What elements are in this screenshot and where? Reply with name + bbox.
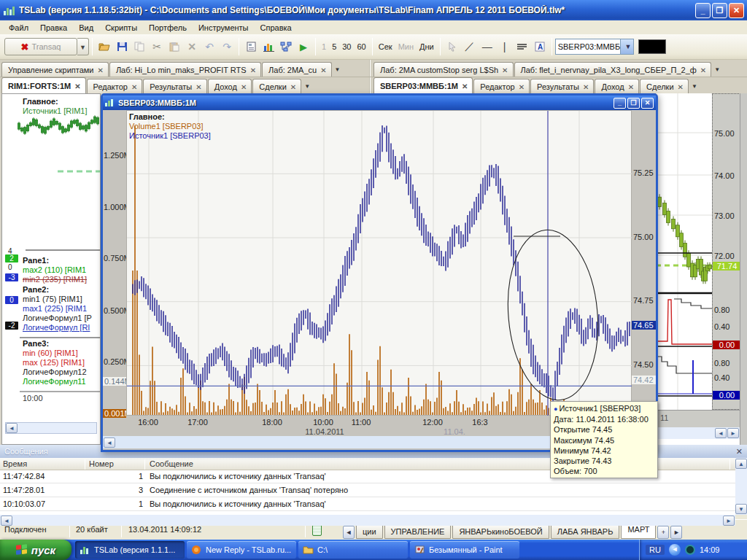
tab-sberp03-ммвб-1м[interactable]: SBERP03:ММВБ:1М✕	[374, 77, 473, 93]
minimize-button[interactable]: _	[695, 3, 711, 18]
timeframe-60[interactable]: 60	[355, 40, 369, 53]
tab-close-icon[interactable]: ✕	[583, 83, 589, 91]
tab-overflow-icon[interactable]: ▼	[333, 63, 343, 77]
task-button[interactable]: Безымянный - Paint	[410, 541, 519, 559]
run-button[interactable]: ▶	[295, 38, 312, 55]
vertical-line-tool-button[interactable]: |	[496, 38, 514, 55]
chart-plot-area[interactable]: Главное: Volume1 [SBERP03] Источник1 [SB…	[126, 110, 632, 416]
tab-close-icon[interactable]: ✕	[250, 66, 256, 74]
redo-button[interactable]: ↷	[218, 38, 236, 55]
scroll-down-icon[interactable]: ▼	[735, 504, 747, 514]
tray-app-icon[interactable]	[685, 545, 695, 555]
start-button[interactable]: пуск	[0, 540, 71, 560]
open-button[interactable]	[96, 38, 113, 55]
transaq-button[interactable]: ✖ Transaq	[4, 38, 77, 55]
tab-close-icon[interactable]: ✕	[97, 66, 103, 74]
instrument-combo[interactable]: SBERP03:ММВБ ▼	[555, 39, 634, 55]
maximize-button[interactable]: ❐	[712, 3, 727, 18]
menu-Инструменты[interactable]: Инструменты	[193, 22, 255, 34]
scroll-left-icon[interactable]: ◄	[6, 423, 18, 433]
tab-rim1-forts-1m[interactable]: RIM1:FORTS:1M✕	[1, 77, 86, 93]
transaq-dropdown-button[interactable]: ▼	[77, 38, 89, 55]
menu-Справка[interactable]: Справка	[255, 22, 298, 34]
tab-close-icon[interactable]: ✕	[241, 83, 247, 91]
add-page-button[interactable]: +	[657, 526, 669, 539]
messages-horizontal-scrollbar[interactable]: ◄ ►	[0, 515, 735, 526]
page-tab-ЯНВАРЬкиноБОЕВОЙ[interactable]: ЯНВАРЬкиноБОЕВОЙ	[452, 524, 549, 539]
tab-сделки[interactable]: Сделки✕	[252, 79, 301, 93]
tab-close-icon[interactable]: ✕	[628, 83, 634, 91]
tab-результаты[interactable]: Результаты✕	[530, 79, 594, 93]
color-swatch[interactable]	[638, 39, 666, 54]
scroll-right-icon[interactable]: ►	[723, 516, 735, 526]
tab-результаты[interactable]: Результаты✕	[143, 79, 206, 93]
task-button[interactable]: TSLab (версия 1.1.1...	[75, 541, 185, 559]
tab-overflow-icon[interactable]: ▼	[689, 80, 700, 93]
language-indicator[interactable]: RU	[646, 545, 665, 555]
messages-vertical-scrollbar[interactable]: ▲ ▼	[735, 458, 747, 515]
delete-button[interactable]: ✕	[183, 38, 201, 55]
tab-лаб-2ma_cu[interactable]: Лаб: 2MA_cu✕	[262, 62, 332, 77]
scroll-left-icon[interactable]: ◄	[715, 428, 727, 438]
close-button[interactable]: ✕	[729, 3, 744, 18]
tab-доход[interactable]: Доход✕	[208, 79, 252, 93]
timeframe-30[interactable]: 30	[339, 40, 354, 53]
menu-Портфель[interactable]: Портфель	[143, 22, 193, 34]
horizontal-line-tool-button[interactable]: —	[479, 38, 496, 55]
menu-Скрипты[interactable]: Скрипты	[99, 22, 143, 34]
message-row[interactable]: 10:10:03.071Вы подключились к источнику …	[0, 498, 735, 511]
tab-лаб-2ma-customstop-serg-l-sh[interactable]: Лаб: 2MA customStop serg L$Sh✕	[374, 62, 514, 77]
tab-лаб-hi_lo-min_maks_profit-rts[interactable]: Лаб: Hi_Lo min_maks_PROFIT RTS✕	[109, 62, 261, 77]
copy-button[interactable]	[131, 38, 148, 55]
scroll-left-icon[interactable]: ◄	[1, 516, 12, 526]
left-panel-scrollbar[interactable]: ◄	[5, 422, 97, 434]
tab-редактор[interactable]: Редактор✕	[87, 79, 143, 93]
tab-close-icon[interactable]: ✕	[196, 83, 201, 91]
paste-button[interactable]	[166, 38, 183, 55]
timeframe-1[interactable]: 1	[319, 40, 329, 53]
tab-лаб-flet_i_nervnay_pila_x3_long_сбер_п_2_ф[interactable]: Лаб: flet_i_nervnay_pila_X3_long_СБЕР_П_…	[514, 62, 712, 77]
period-Дни[interactable]: Дни	[417, 40, 437, 53]
tab-close-icon[interactable]: ✕	[519, 83, 525, 91]
tab-close-icon[interactable]: ✕	[678, 83, 684, 91]
timeframe-5[interactable]: 5	[329, 40, 339, 53]
task-button[interactable]: C:\	[298, 541, 408, 559]
workflow-button[interactable]	[277, 38, 295, 55]
tab-overflow-icon[interactable]: ▼	[712, 63, 722, 77]
scroll-left-icon[interactable]: ◄	[104, 438, 115, 448]
menu-Правка[interactable]: Правка	[34, 22, 73, 34]
script-properties-button[interactable]	[242, 38, 260, 55]
window-close-button[interactable]: ✕	[641, 98, 654, 109]
chart-window-titlebar[interactable]: SBERP03:ММВБ:1М _ ❐ ✕	[103, 96, 656, 110]
text-tool-button[interactable]: A	[531, 38, 549, 55]
window-minimize-button[interactable]: _	[614, 98, 626, 109]
pages-scroll-right-button[interactable]: ►	[670, 526, 682, 539]
menu-Файл[interactable]: Файл	[3, 22, 34, 34]
tab-close-icon[interactable]: ✕	[320, 66, 326, 74]
pages-scroll-left-button[interactable]: ◄	[343, 526, 355, 539]
chevron-down-icon[interactable]: ▼	[620, 39, 633, 54]
period-Сек[interactable]: Сек	[376, 40, 395, 53]
scroll-up-icon[interactable]: ▲	[735, 459, 747, 469]
chart-button[interactable]	[260, 38, 277, 55]
menu-Вид[interactable]: Вид	[73, 22, 99, 34]
right-panel-scrollbar[interactable]: ◄ ►	[656, 427, 740, 439]
trend-line-tool-button[interactable]: ／	[461, 38, 479, 55]
tab-сделки[interactable]: Сделки✕	[640, 79, 689, 93]
cursor-tool-button[interactable]	[444, 38, 461, 55]
cut-button[interactable]: ✂	[148, 38, 166, 55]
workspace-vertical-scrollbar[interactable]	[740, 93, 747, 446]
tab-overflow-icon[interactable]: ▼	[302, 80, 312, 93]
tab-редактор[interactable]: Редактор✕	[473, 79, 530, 93]
page-tab-ЛАБА ЯНВАРЬ[interactable]: ЛАБА ЯНВАРЬ	[551, 524, 620, 539]
tab-close-icon[interactable]: ✕	[462, 82, 468, 90]
tab-close-icon[interactable]: ✕	[290, 83, 296, 91]
tab-доход[interactable]: Доход✕	[595, 79, 639, 93]
task-button[interactable]: New Reply - TSLab.ru...	[187, 541, 296, 559]
period-Мин[interactable]: Мин	[395, 40, 417, 53]
message-row[interactable]: 11:47:28.013Соединение с источником данн…	[0, 484, 735, 497]
tab-close-icon[interactable]: ✕	[700, 66, 706, 74]
tab-управление-скриптами[interactable]: Управление скриптами✕	[1, 62, 109, 77]
indicator-tool-button[interactable]	[514, 38, 531, 55]
tab-close-icon[interactable]: ✕	[502, 66, 508, 74]
